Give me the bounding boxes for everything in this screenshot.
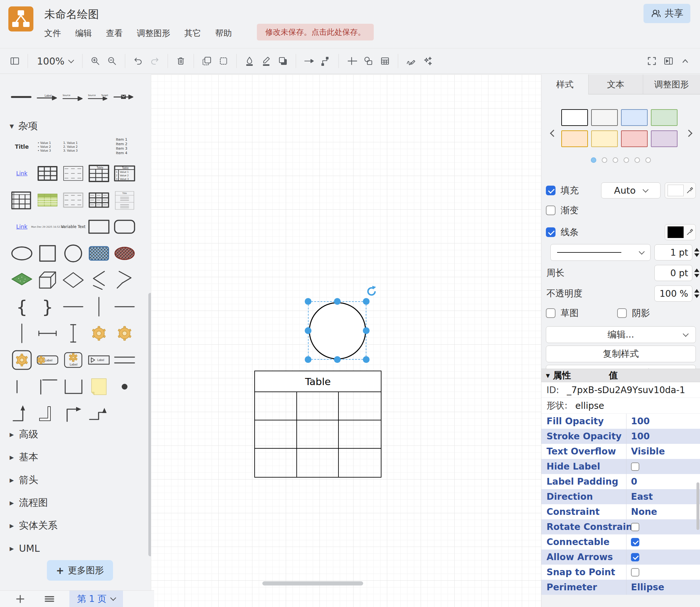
shape-table-numbered[interactable]: Table1Value 12Value 23Value 3 bbox=[112, 161, 137, 186]
shape-vertical-line-2[interactable] bbox=[9, 320, 35, 346]
table-shape[interactable]: Table bbox=[254, 371, 381, 478]
shape-list-numbered[interactable]: 1. Value 12. Value 23. Value 3 bbox=[60, 134, 86, 160]
table-cell[interactable] bbox=[297, 420, 339, 449]
tab-style[interactable]: 样式 bbox=[542, 75, 589, 95]
resize-handle-nw[interactable] bbox=[305, 298, 312, 305]
shape-gear-label-box[interactable]: Label bbox=[60, 347, 86, 373]
shape-horizontal-measure[interactable] bbox=[35, 320, 60, 346]
rotate-handle-icon[interactable] bbox=[365, 285, 378, 297]
shape-edge[interactable] bbox=[9, 84, 35, 110]
resize-handle-e[interactable] bbox=[363, 327, 369, 334]
insert-table-icon[interactable] bbox=[377, 52, 394, 70]
preset-page-dot-5[interactable] bbox=[645, 158, 651, 163]
style-swatch-7[interactable] bbox=[651, 130, 678, 147]
shape-rectangle[interactable] bbox=[86, 214, 112, 239]
property-value[interactable]: Ellipse bbox=[626, 580, 700, 595]
style-swatch-4[interactable] bbox=[561, 130, 588, 147]
undo-icon[interactable] bbox=[130, 52, 146, 70]
pages-menu-icon[interactable] bbox=[44, 593, 55, 604]
shape-dot[interactable] bbox=[112, 374, 137, 399]
format-panel-icon[interactable] bbox=[660, 52, 677, 70]
shape-table-green[interactable] bbox=[35, 187, 60, 213]
shape-edge-source[interactable]: Source bbox=[60, 84, 86, 110]
shape-step-arrow-up[interactable] bbox=[86, 400, 112, 426]
line-width-input[interactable]: 1 pt bbox=[654, 245, 692, 260]
shape-angle-left[interactable] bbox=[86, 267, 112, 293]
menu-item-5[interactable]: 帮助 bbox=[215, 28, 232, 39]
preset-page-dot-0[interactable] bbox=[591, 158, 596, 163]
resize-handle-ne[interactable] bbox=[363, 298, 369, 305]
menu-item-1[interactable]: 编辑 bbox=[75, 28, 92, 39]
connection-arrow-icon[interactable] bbox=[300, 52, 317, 70]
share-button[interactable]: 共享 bbox=[643, 4, 691, 23]
shape-ellipse[interactable] bbox=[9, 240, 35, 266]
property-value[interactable]: None bbox=[626, 504, 700, 519]
sketch-icon[interactable] bbox=[403, 52, 419, 70]
to-back-icon[interactable] bbox=[215, 52, 232, 70]
property-value[interactable]: Visible bbox=[626, 444, 700, 459]
opacity-input[interactable]: 100 % bbox=[654, 286, 692, 301]
collapse-toolbar-icon[interactable] bbox=[677, 52, 694, 70]
style-swatch-0[interactable] bbox=[561, 109, 588, 126]
document-title[interactable]: 未命名绘图 bbox=[44, 7, 99, 22]
stepper-up-icon[interactable] bbox=[694, 289, 699, 293]
shape-isometric-square[interactable] bbox=[9, 267, 35, 293]
property-value[interactable]: 100 bbox=[626, 414, 700, 429]
fullscreen-icon[interactable] bbox=[643, 52, 660, 70]
properties-header[interactable]: ▼ 属性 值 bbox=[542, 369, 700, 382]
unsaved-notice[interactable]: 修改未保存。点击此处保存。 bbox=[257, 24, 374, 40]
line-style-dropdown[interactable] bbox=[550, 244, 651, 261]
sidebar-section-1[interactable]: ▶基本 bbox=[9, 446, 138, 468]
shape-table-light[interactable] bbox=[60, 187, 86, 213]
fill-color-well[interactable] bbox=[665, 183, 696, 198]
property-value[interactable]: 0 bbox=[626, 474, 700, 489]
property-value[interactable]: 100 bbox=[626, 429, 700, 444]
property-value[interactable]: East bbox=[626, 489, 700, 504]
shape-cube[interactable] bbox=[35, 267, 60, 293]
table-cell[interactable] bbox=[339, 449, 381, 477]
sidebar-scrollbar[interactable] bbox=[148, 293, 151, 556]
table-cell[interactable] bbox=[255, 392, 297, 420]
zoom-in-icon[interactable] bbox=[87, 52, 104, 70]
shape-brace-right[interactable]: } bbox=[35, 294, 60, 319]
shape-vertical-bar[interactable] bbox=[9, 374, 35, 399]
preset-page-dot-3[interactable] bbox=[623, 158, 629, 163]
style-swatch-1[interactable] bbox=[591, 109, 618, 126]
property-checkbox[interactable] bbox=[631, 538, 639, 546]
table-cell[interactable] bbox=[255, 420, 297, 449]
presets-prev-icon[interactable] bbox=[550, 130, 557, 137]
perimeter-stepper[interactable] bbox=[694, 265, 700, 281]
shape-hatched-rectangle[interactable] bbox=[86, 240, 112, 266]
shape-corner-arrow-right[interactable] bbox=[60, 400, 86, 426]
table-cell[interactable] bbox=[297, 449, 339, 477]
stepper-down-icon[interactable] bbox=[694, 294, 699, 298]
shape-hatched-ellipse[interactable] bbox=[112, 240, 137, 266]
resize-handle-n[interactable] bbox=[334, 298, 341, 305]
resize-handle-sw[interactable] bbox=[305, 356, 312, 363]
section-misc[interactable]: ▼ 杂项 bbox=[9, 120, 38, 133]
shape-gear[interactable] bbox=[86, 320, 112, 346]
shape-variable-text[interactable]: Variable Text bbox=[60, 214, 86, 239]
perimeter-input[interactable]: 0 pt bbox=[654, 265, 692, 281]
more-shapes-button[interactable]: + 更多图形 bbox=[47, 560, 113, 581]
sidebar-section-2[interactable]: ▶箭头 bbox=[9, 468, 138, 491]
connection-style-icon[interactable] bbox=[317, 52, 334, 70]
tab-arrange[interactable]: 调整图形 bbox=[643, 75, 700, 95]
property-checkbox[interactable] bbox=[631, 462, 639, 471]
shape-date-text[interactable]: Mon Dec 29 2025 16:52:20 bbox=[35, 214, 60, 239]
shape-title-sections[interactable]: Title bbox=[112, 187, 137, 213]
preset-page-dot-4[interactable] bbox=[635, 158, 640, 163]
line-color-icon[interactable] bbox=[258, 52, 275, 70]
table-cell[interactable] bbox=[339, 420, 381, 449]
edit-style-button[interactable]: 编辑... bbox=[546, 326, 696, 343]
shape-horizontal-line[interactable] bbox=[60, 294, 86, 319]
shape-table-strong[interactable] bbox=[86, 187, 112, 213]
shape-table-bold[interactable] bbox=[35, 161, 60, 186]
delete-icon[interactable] bbox=[172, 52, 189, 70]
sidebar-section-0[interactable]: ▶高级 bbox=[9, 423, 138, 446]
add-shape-icon[interactable] bbox=[343, 52, 360, 70]
fill-color-icon[interactable] bbox=[241, 52, 258, 70]
page-tab[interactable]: 第 1 页 bbox=[69, 591, 123, 607]
stepper-down-icon[interactable] bbox=[694, 253, 699, 257]
shape-vertical-line[interactable] bbox=[86, 294, 112, 319]
